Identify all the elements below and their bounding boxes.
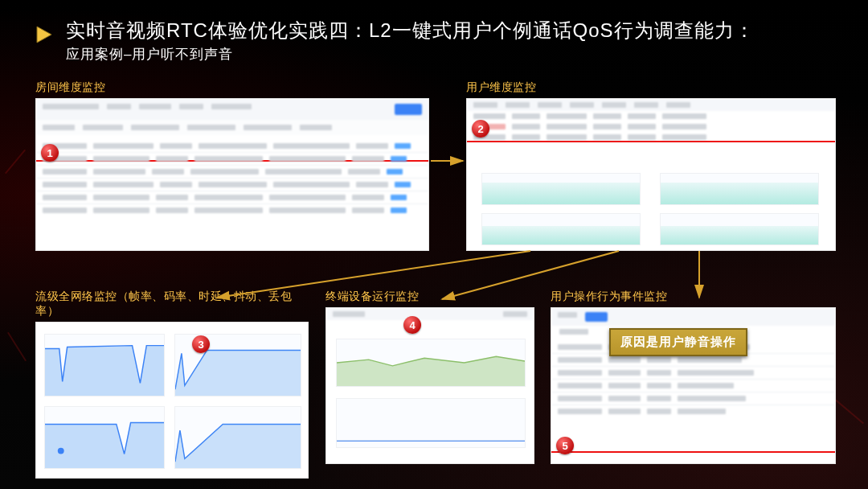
badge-2: 2 [472, 120, 489, 138]
panel-user: 2 [466, 98, 836, 251]
panel-device: 4 [326, 307, 534, 464]
svg-marker-0 [37, 27, 51, 43]
slide-title: 实时音视频RTC体验优化实践四：L2一键式用户个例通话QoS行为调查能力： 应用… [66, 18, 836, 64]
panel-room-title: 房间维度监控 [35, 80, 429, 95]
panel-room: 1 [35, 98, 429, 251]
panel-network: 3 [35, 322, 309, 479]
title-main: 实时音视频RTC体验优化实践四：L2一键式用户个例通话QoS行为调查能力： [66, 18, 836, 43]
annotation-root-cause: 原因是用户静音操作 [609, 328, 747, 356]
panel-network-title: 流级全网络监控（帧率、码率、时延、抖动、丢包率） [35, 290, 309, 318]
badge-4: 4 [403, 316, 421, 334]
badge-5: 5 [556, 437, 574, 454]
slide-bullet-icon [34, 24, 55, 48]
panel-events-title: 用户操作行为事件监控 [551, 290, 836, 304]
svg-point-1 [58, 448, 64, 454]
badge-3: 3 [192, 335, 210, 353]
badge-1: 1 [41, 144, 59, 162]
panel-user-title: 用户维度监控 [466, 80, 836, 95]
title-sub: 应用案例–用户听不到声音 [66, 45, 836, 64]
panel-device-title: 终端设备运行监控 [326, 290, 534, 304]
